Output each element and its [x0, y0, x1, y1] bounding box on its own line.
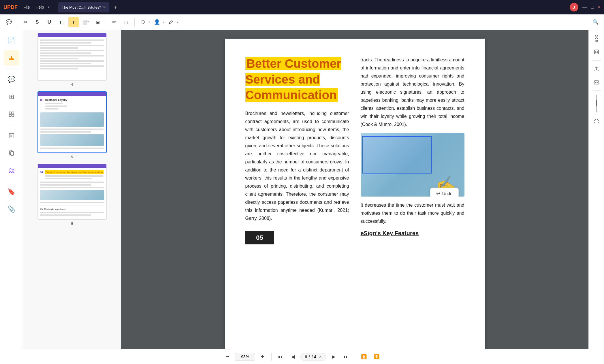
- sidebar-item-highlight[interactable]: [4, 50, 19, 66]
- toolbar-sep-4: [181, 18, 181, 27]
- page-title-container: Better Customer Services and Communicati…: [245, 56, 349, 103]
- person-button[interactable]: 👤: [152, 17, 162, 27]
- sidebar-item-ocr[interactable]: [4, 128, 19, 144]
- draw-button[interactable]: ✏: [109, 17, 119, 27]
- right-sidebar-share[interactable]: [591, 76, 602, 88]
- right-sidebar-export[interactable]: [591, 63, 602, 75]
- next-page-button[interactable]: ▶: [328, 352, 339, 362]
- sidebar-item-layout[interactable]: ⊞: [4, 89, 19, 105]
- toolbar: 💬 ✏ S U T▁ T ⬜T ▣ ✏ ◻ ⬡ ▾ 👤 ▾ 🖊 ▾ 🔍: [0, 14, 604, 30]
- page-body-text-left: Brochures and newsletters, including cus…: [245, 110, 349, 222]
- current-page: 6: [305, 354, 307, 359]
- active-tab[interactable]: The Most C...Institutes* ×: [58, 2, 109, 12]
- sidebar-item-pages[interactable]: [4, 145, 19, 161]
- search-button[interactable]: 🔍: [590, 17, 601, 27]
- total-pages: 14: [312, 354, 316, 359]
- strikethrough-button[interactable]: S: [32, 17, 42, 27]
- right-sep-2: [592, 90, 601, 91]
- user-avatar[interactable]: J: [570, 3, 578, 12]
- first-page-button[interactable]: ⏮: [275, 352, 285, 362]
- stamp-dropdown[interactable]: 🖊 ▾: [166, 17, 178, 27]
- thumb-line: [40, 184, 91, 186]
- callout-button[interactable]: ▣: [93, 17, 103, 27]
- sidebar-item-edit[interactable]: [4, 106, 19, 122]
- underline-button[interactable]: U: [44, 17, 54, 27]
- page-content-area[interactable]: Better Customer Services and Communicati…: [121, 30, 588, 349]
- dropdown-arrow[interactable]: ▾: [48, 5, 50, 9]
- zoom-in-button[interactable]: +: [257, 352, 268, 362]
- thumb-line: [45, 108, 59, 110]
- minimize-button[interactable]: —: [582, 5, 587, 10]
- new-tab-button[interactable]: +: [114, 4, 117, 11]
- scroll-indicator: [596, 95, 597, 112]
- sidebar-item-bookmark[interactable]: 🔖: [4, 184, 19, 200]
- right-sidebar: OCR: [588, 30, 604, 349]
- thumb-line: [40, 214, 91, 216]
- thumb-line: [40, 182, 104, 183]
- page-separator: /: [309, 354, 310, 359]
- zoom-out-icon: −: [226, 353, 229, 360]
- thumb-line: [40, 129, 104, 130]
- thumb-body-5: 03 Customer Loyalty: [38, 96, 106, 152]
- person-dropdown[interactable]: 👤 ▾: [152, 17, 164, 27]
- esign-key-features-heading: eSign's Key Features: [361, 230, 464, 237]
- app-logo: UPDF: [3, 4, 18, 10]
- toolbar-sep-2: [106, 18, 106, 27]
- last-page-button[interactable]: ⏭: [341, 352, 351, 362]
- right-sidebar-cloud[interactable]: [591, 116, 602, 127]
- text-color-button[interactable]: T▁: [56, 17, 67, 27]
- scroll-up-button[interactable]: ⏫: [359, 352, 369, 362]
- thumb-line: [45, 175, 104, 177]
- comment-tool-button[interactable]: 💬: [3, 17, 14, 27]
- thumbnail-page-5[interactable]: 03 Customer Loyalty 5: [26, 91, 118, 159]
- zoom-out-button[interactable]: −: [222, 352, 233, 362]
- page-right-column: tracts. The readiness to acquire a limit…: [361, 56, 464, 244]
- shape-dropdown[interactable]: ⬡ ▾: [138, 17, 150, 27]
- right-sep-1: [592, 60, 601, 61]
- shape-button[interactable]: ⬡: [138, 17, 148, 27]
- right-sidebar-scan[interactable]: [591, 46, 602, 58]
- svg-rect-1: [9, 112, 11, 114]
- menu-file[interactable]: File: [23, 5, 30, 10]
- svg-rect-3: [9, 114, 11, 116]
- scrollbar-track[interactable]: [596, 95, 597, 112]
- scrollbar-thumb: [596, 100, 597, 106]
- highlight-tool-button[interactable]: ✏: [20, 17, 30, 27]
- thumb-card-6[interactable]: 04 Better Customer Services and Communic…: [37, 164, 107, 220]
- page-nav-display[interactable]: 6 / 14 ×: [300, 353, 326, 361]
- menu-help[interactable]: Help: [36, 5, 44, 10]
- stamp-dropdown-arrow: ▾: [177, 20, 178, 24]
- thumb-line: [40, 45, 104, 46]
- sidebar-item-attachment[interactable]: 📎: [4, 201, 19, 217]
- thumb-card-4[interactable]: [37, 33, 107, 81]
- thumb-line: [45, 103, 63, 104]
- window-controls: J — □ ×: [570, 3, 601, 12]
- thumb-header-6: [38, 164, 106, 168]
- close-button[interactable]: ×: [598, 5, 601, 10]
- right-sidebar-ocr[interactable]: OCR: [591, 33, 602, 44]
- title-bar: UPDF File Help ▾ The Most C...Institutes…: [0, 0, 604, 14]
- scroll-down-button[interactable]: ⏬: [371, 352, 382, 362]
- sidebar-item-comment[interactable]: 💬: [4, 72, 19, 87]
- thumbnail-page-4[interactable]: 4: [26, 33, 118, 87]
- sidebar-item-document[interactable]: 📄: [4, 33, 19, 48]
- undo-popup[interactable]: ↩ Undo: [430, 188, 459, 197]
- thumbnail-page-6[interactable]: 04 Better Customer Services and Communic…: [26, 164, 118, 226]
- stamp-button[interactable]: 🖊: [166, 17, 176, 27]
- thumb-line: [40, 42, 91, 44]
- close-tab-button[interactable]: ×: [103, 5, 106, 10]
- prev-page-button[interactable]: ◀: [288, 352, 298, 362]
- menu-items: File Help: [23, 5, 44, 10]
- sidebar-item-layers[interactable]: 🗂: [4, 163, 19, 178]
- text-highlight-button[interactable]: T: [68, 17, 79, 27]
- maximize-button[interactable]: □: [591, 5, 594, 10]
- eraser-button[interactable]: ◻: [121, 17, 131, 27]
- svg-rect-9: [594, 81, 599, 84]
- thumb-line: [40, 68, 78, 69]
- close-page-nav-button[interactable]: ×: [319, 354, 321, 359]
- page-content: Better Customer Services and Communicati…: [245, 56, 464, 244]
- thumb-line: [40, 187, 104, 188]
- thumb-card-5[interactable]: 03 Customer Loyalty: [37, 91, 107, 153]
- textbox-button[interactable]: ⬜T: [80, 17, 91, 27]
- zoom-level-display[interactable]: 98%: [235, 353, 255, 361]
